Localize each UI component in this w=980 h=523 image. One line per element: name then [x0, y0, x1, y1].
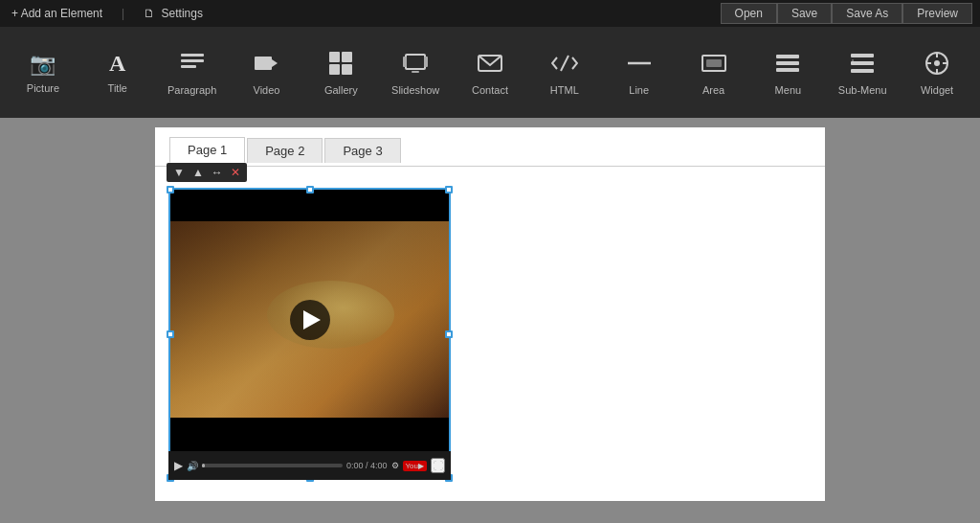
preview-button[interactable]: Preview: [902, 3, 972, 24]
video-glasses: [267, 281, 394, 350]
tool-gallery-label: Gallery: [324, 84, 358, 96]
play-pause-button[interactable]: ▶: [174, 459, 183, 472]
volume-button[interactable]: 🔊: [187, 461, 198, 471]
svg-line-14: [561, 56, 568, 71]
html-icon: [551, 50, 578, 79]
top-bar: + Add an Element | 🗋 Settings Open Save …: [0, 0, 980, 27]
tool-submenu[interactable]: Sub-Menu: [829, 36, 896, 108]
tool-paragraph[interactable]: Paragraph: [159, 36, 226, 108]
svg-rect-7: [329, 64, 340, 75]
element-move-button[interactable]: ↔: [209, 165, 226, 180]
tool-slideshow-label: Slideshow: [391, 84, 439, 96]
save-button[interactable]: Save: [777, 3, 832, 24]
svg-rect-11: [424, 57, 428, 67]
tool-title-label: Title: [108, 82, 127, 94]
settings-video-button[interactable]: ⚙: [391, 461, 399, 470]
tab-page1[interactable]: Page 1: [169, 137, 245, 163]
play-triangle-icon: [303, 310, 321, 330]
svg-rect-19: [776, 61, 799, 65]
tab-page3[interactable]: Page 3: [324, 138, 400, 163]
svg-rect-1: [181, 59, 204, 62]
tool-html-label: HTML: [550, 84, 579, 96]
tab-page2[interactable]: Page 2: [247, 138, 323, 163]
svg-rect-23: [851, 69, 874, 73]
svg-rect-3: [255, 57, 272, 70]
video-player: ▶ 🔊 0:00 / 4:00 ⚙ You▶ ⛶: [168, 188, 451, 480]
camera-icon: 📷: [30, 52, 56, 77]
top-bar-left: + Add an Element | 🗋 Settings: [8, 7, 207, 20]
contact-icon: [477, 50, 503, 79]
tool-contact[interactable]: Contact: [457, 36, 523, 108]
page-container: Page 1 Page 2 Page 3 ▼ ▲ ↔ ✕: [155, 127, 825, 501]
svg-point-26: [934, 60, 940, 66]
page-area: Page 1 Page 2 Page 3 ▼ ▲ ↔ ✕: [0, 118, 980, 523]
svg-marker-4: [272, 59, 278, 67]
svg-rect-18: [776, 55, 799, 58]
file-icon: 🗋: [144, 7, 155, 20]
tool-menu-label: Menu: [775, 84, 802, 96]
area-icon: [701, 50, 727, 79]
tabs: Page 1 Page 2 Page 3: [155, 127, 417, 163]
slideshow-icon: [402, 50, 429, 79]
tool-menu[interactable]: Menu: [754, 36, 821, 108]
widget-icon: [924, 50, 950, 79]
svg-rect-2: [181, 65, 196, 68]
tool-widget[interactable]: Widget: [903, 36, 970, 108]
tool-line[interactable]: Line: [606, 36, 673, 108]
settings-link[interactable]: 🗋 Settings: [140, 7, 207, 20]
paragraph-icon: [179, 50, 206, 79]
save-as-button[interactable]: Save As: [832, 3, 902, 24]
play-button[interactable]: [290, 300, 330, 340]
svg-rect-8: [342, 64, 352, 75]
toolbar: 📷 Picture A Title Paragraph Video: [0, 27, 980, 118]
tool-title[interactable]: A Title: [84, 36, 151, 108]
tool-contact-label: Contact: [472, 84, 508, 96]
progress-bar[interactable]: [202, 464, 343, 467]
element-delete-button[interactable]: ✕: [228, 165, 243, 180]
tool-slideshow[interactable]: Slideshow: [382, 36, 449, 108]
element-up-button[interactable]: ▲: [189, 165, 207, 180]
svg-rect-20: [776, 68, 799, 72]
tool-picture[interactable]: 📷 Picture: [10, 36, 77, 108]
tool-line-label: Line: [629, 84, 649, 96]
tool-submenu-label: Sub-Menu: [838, 84, 887, 96]
content-area: ▼ ▲ ↔ ✕: [155, 166, 825, 501]
video-element[interactable]: ▼ ▲ ↔ ✕: [168, 188, 451, 480]
video-filmstrip-bottom: [168, 418, 451, 451]
element-down-button[interactable]: ▼: [170, 165, 188, 180]
tool-area-label: Area: [702, 84, 724, 96]
svg-rect-0: [181, 54, 204, 57]
fullscreen-button[interactable]: ⛶: [431, 458, 445, 473]
tool-paragraph-label: Paragraph: [167, 84, 216, 96]
tool-gallery[interactable]: Gallery: [307, 36, 374, 108]
gallery-icon: [327, 50, 354, 79]
open-button[interactable]: Open: [721, 3, 777, 24]
tool-picture-label: Picture: [27, 82, 59, 94]
svg-rect-6: [342, 52, 352, 62]
video-filmstrip-top: [168, 188, 451, 221]
tool-widget-label: Widget: [921, 84, 953, 96]
svg-rect-12: [412, 71, 419, 73]
video-controls: ▶ 🔊 0:00 / 4:00 ⚙ You▶ ⛶: [168, 451, 451, 480]
title-icon: A: [109, 51, 125, 77]
svg-rect-21: [851, 54, 874, 57]
svg-rect-17: [706, 59, 722, 67]
svg-rect-9: [406, 55, 425, 69]
add-element-link[interactable]: + Add an Element: [8, 7, 106, 20]
menu-icon: [774, 50, 801, 79]
video-icon: [253, 50, 279, 79]
submenu-icon: [849, 50, 876, 79]
tool-html[interactable]: HTML: [531, 36, 598, 108]
line-icon: [626, 50, 653, 79]
svg-rect-5: [329, 52, 340, 62]
video-content: [168, 221, 451, 418]
tool-area[interactable]: Area: [680, 36, 747, 108]
tool-video[interactable]: Video: [234, 36, 301, 108]
svg-rect-10: [403, 57, 407, 67]
youtube-logo: You▶: [403, 461, 428, 471]
element-controls: ▼ ▲ ↔ ✕: [167, 163, 247, 182]
top-bar-right: Open Save Save As Preview: [721, 3, 972, 24]
time-display: 0:00 / 4:00: [346, 461, 388, 470]
tool-video-label: Video: [254, 84, 280, 96]
progress-fill: [202, 464, 205, 467]
